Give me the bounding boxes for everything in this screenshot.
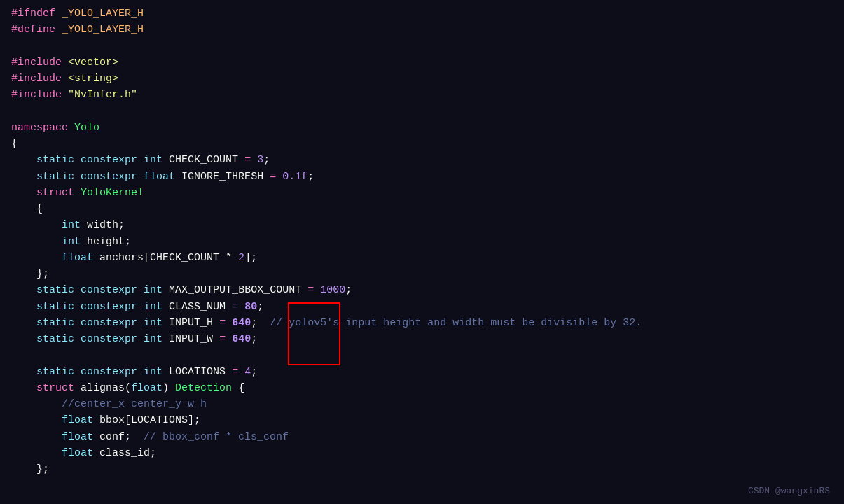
code-line	[0, 347, 844, 363]
code-line: static constexpr int CHECK_COUNT = 3;	[0, 152, 844, 168]
code-line	[0, 104, 844, 120]
code-line: float conf; // bbox_conf * cls_conf	[0, 429, 844, 445]
code-line: {	[0, 201, 844, 217]
code-line: static constexpr int INPUT_W = 640;	[0, 331, 844, 347]
code-line: };	[0, 266, 844, 282]
code-line: int width;	[0, 217, 844, 233]
code-line: float anchors[CHECK_COUNT * 2];	[0, 250, 844, 266]
code-line: #define _YOLO_LAYER_H	[0, 22, 844, 38]
code-editor: #ifndef _YOLO_LAYER_H#define _YOLO_LAYER…	[0, 0, 844, 504]
code-line: static constexpr int MAX_OUTPUT_BBOX_COU…	[0, 282, 844, 298]
code-line: //center_x center_y w h	[0, 396, 844, 412]
code-content: #ifndef _YOLO_LAYER_H#define _YOLO_LAYER…	[0, 6, 844, 494]
code-line: static constexpr int INPUT_H = 640; // y…	[0, 315, 844, 331]
code-line: #include <string>	[0, 71, 844, 87]
code-line: #include <vector>	[0, 55, 844, 71]
code-line: namespace Yolo	[0, 120, 844, 136]
code-line: float bbox[LOCATIONS];	[0, 412, 844, 428]
code-line	[0, 38, 844, 55]
code-line: };	[0, 461, 844, 477]
code-line	[0, 477, 844, 493]
code-line: static constexpr int CLASS_NUM = 80;	[0, 299, 844, 315]
code-line: float class_id;	[0, 445, 844, 461]
code-line: #include "NvInfer.h"	[0, 87, 844, 103]
code-line: static constexpr float IGNORE_THRESH = 0…	[0, 169, 844, 185]
code-line: #ifndef _YOLO_LAYER_H	[0, 6, 844, 22]
watermark: CSDN @wangxinRS	[748, 484, 830, 498]
code-line: {	[0, 136, 844, 152]
code-line: static constexpr int LOCATIONS = 4;	[0, 364, 844, 380]
code-line: int height;	[0, 234, 844, 250]
code-line: struct alignas(float) Detection {	[0, 380, 844, 396]
code-line: struct YoloKernel	[0, 185, 844, 201]
